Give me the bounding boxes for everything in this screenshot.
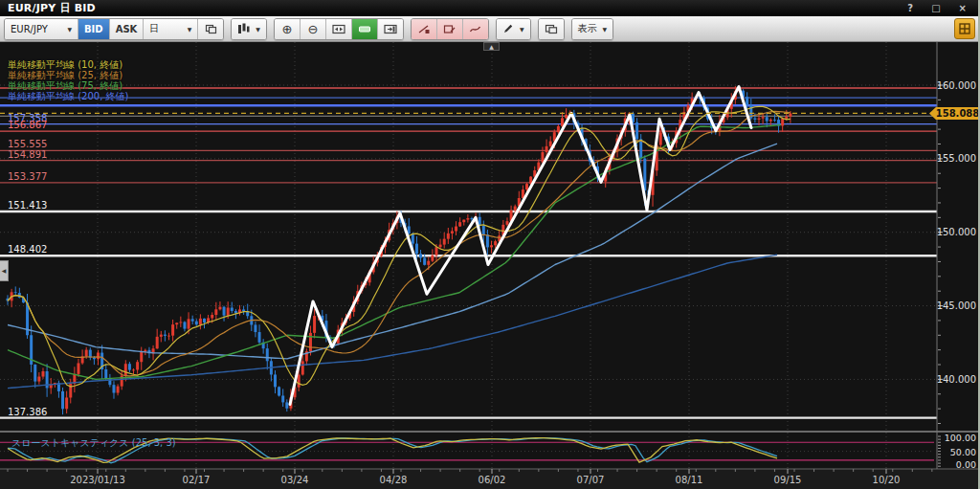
fit-width-icon	[358, 24, 371, 34]
chevron-down-icon: ▼	[256, 26, 260, 33]
toolbar: EUR/JPY ▼ BID ASK 日 ▼ ▼ ⊕ ⊖	[0, 16, 980, 42]
draw-shape-button[interactable]	[437, 19, 463, 39]
panel-collapse-tab[interactable]: ◀	[0, 260, 9, 281]
overlay-windows-icon	[545, 24, 558, 34]
x-axis-label: 06/02	[479, 475, 506, 485]
grid-icon	[959, 23, 970, 34]
svg-text:156.867: 156.867	[8, 120, 47, 130]
bar-chart-icon	[237, 23, 250, 34]
y-axis-label: 145.000	[937, 300, 976, 311]
x-axis-label: 03/24	[281, 475, 309, 485]
layout-grid-button[interactable]	[954, 18, 975, 39]
draw-trendline-button[interactable]	[412, 19, 437, 39]
trendline-pencil-icon	[417, 24, 430, 34]
fit-horizontal-icon	[332, 24, 345, 34]
close-icon[interactable]: ×	[959, 0, 967, 16]
zoom-in-button[interactable]: ⊕	[275, 19, 301, 39]
zoom-out-button[interactable]: ⊖	[301, 19, 326, 39]
svg-text:153.377: 153.377	[8, 171, 47, 182]
bid-button[interactable]: BID	[78, 19, 110, 39]
pencil-button[interactable]: ▼	[497, 19, 530, 39]
maximize-icon[interactable]: □	[931, 0, 940, 16]
x-axis-label: 10/20	[873, 475, 901, 485]
x-axis-label: 04/28	[380, 475, 408, 485]
y-axis-label: 155.000	[937, 153, 976, 164]
ma-label-2: 単純移動平均線 (75, 終値)	[8, 80, 122, 91]
x-axis-label: 07/07	[577, 475, 605, 485]
fit-horizontal-button[interactable]	[326, 19, 352, 39]
shape-pencil-icon	[443, 24, 456, 34]
x-axis-label: 2023/01/13	[70, 475, 125, 485]
svg-text:154.891: 154.891	[8, 149, 47, 160]
svg-text:148.402: 148.402	[8, 244, 47, 255]
display-menu-button[interactable]: 表示 ▼	[572, 19, 613, 39]
chevron-down-icon: ▼	[520, 26, 524, 33]
y-axis-label: 160.000	[937, 80, 976, 91]
chevron-down-icon: ▼	[188, 26, 192, 33]
x-axis-label: 09/15	[774, 475, 802, 485]
chart-type-group: ▼	[231, 18, 267, 40]
x-axis-label: 08/11	[676, 475, 703, 485]
overlay-group	[538, 18, 565, 40]
collapse-left-icon: ◀	[2, 267, 7, 274]
fit-width-button-active[interactable]	[352, 19, 378, 39]
bid-label: BID	[84, 24, 103, 34]
scroll-end-icon	[384, 24, 397, 34]
chart-type-button[interactable]: ▼	[232, 19, 266, 39]
current-price-badge: 158.088	[929, 107, 980, 120]
curve-pencil-icon	[469, 24, 481, 34]
chevron-down-icon: ▼	[67, 26, 72, 33]
chart-area: 157.358156.867155.555154.891153.377151.4…	[0, 42, 980, 489]
chart-canvas[interactable]: 157.358156.867155.555154.891153.377151.4…	[0, 42, 980, 489]
stochastics-label: スローストキャスティクス (25, 3, 3)	[11, 437, 176, 448]
window-title: EUR/JPY 日 BID	[8, 1, 96, 15]
symbol-group: EUR/JPY ▼ BID ASK 日 ▼	[4, 18, 224, 40]
svg-text:137.386: 137.386	[8, 407, 47, 417]
display-group: 表示 ▼	[571, 18, 614, 40]
y-axis-label: 150.000	[937, 227, 976, 237]
period-select-value: 日	[149, 22, 159, 35]
compare-windows-icon	[205, 24, 217, 34]
collapse-up-icon: ▲	[489, 43, 494, 50]
pencil-icon	[502, 23, 514, 34]
draw-tools-group	[411, 18, 489, 40]
ask-button[interactable]: ASK	[110, 19, 145, 39]
zoom-group: ⊕ ⊖	[274, 18, 404, 40]
toolbar-collapse-tab[interactable]: ▲	[483, 42, 500, 51]
symbol-select-value: EUR/JPY	[11, 24, 48, 34]
stoch-axis-label: 50.00	[950, 447, 976, 457]
y-axis-label: 140.000	[937, 374, 976, 385]
overlay-windows-button[interactable]	[539, 19, 564, 39]
symbol-select[interactable]: EUR/JPY ▼	[5, 19, 78, 39]
window-titlebar[interactable]: EUR/JPY 日 BID ? □ ×	[0, 0, 980, 16]
draw-curve-button[interactable]	[463, 19, 488, 39]
display-menu-label: 表示	[578, 22, 597, 35]
window-controls: ? □ ×	[907, 0, 972, 16]
ask-label: ASK	[116, 24, 138, 34]
pencil-group: ▼	[496, 18, 531, 40]
period-select[interactable]: 日 ▼	[144, 19, 198, 39]
ma-label-0: 単純移動平均線 (10, 終値)	[8, 59, 122, 70]
stoch-axis-label: 100.00	[945, 433, 976, 443]
ma-label-1: 単純移動平均線 (25, 終値)	[8, 70, 122, 80]
compare-button[interactable]	[198, 19, 223, 39]
svg-text:151.413: 151.413	[8, 200, 47, 211]
scroll-to-end-button[interactable]	[378, 19, 403, 39]
chevron-down-icon: ▼	[603, 26, 608, 33]
x-axis-label: 02/17	[183, 475, 211, 485]
stoch-axis-label: 0.00	[956, 459, 976, 470]
ma-label-3: 単純移動平均線 (200, 終値)	[8, 91, 128, 101]
help-icon[interactable]: ?	[907, 0, 913, 16]
